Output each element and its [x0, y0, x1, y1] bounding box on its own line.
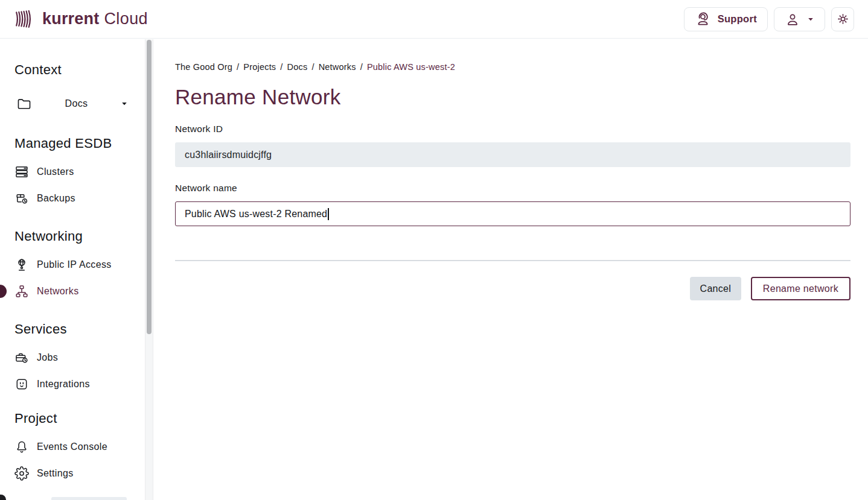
folder-icon [16, 96, 32, 112]
bell-icon [14, 440, 29, 454]
sidebar-item-backups[interactable]: Backups [0, 185, 145, 212]
breadcrumb-current: Public AWS us-west-2 [367, 62, 455, 72]
network-id-value: cu3hlaiirsdmuidcjffg [185, 150, 272, 160]
nav-group-networking: Public IP Access Networks [0, 252, 145, 305]
sidebar: Context Docs Managed ESDB [0, 39, 145, 500]
active-item-indicator [0, 285, 7, 298]
nav-group-managed-esdb: Clusters Backups [0, 159, 145, 212]
network-id-field: cu3hlaiirsdmuidcjffg [175, 142, 850, 167]
sidebar-heading-networking: Networking [0, 229, 145, 244]
top-header: kurrent Cloud Support [0, 0, 868, 39]
sidebar-item-label: Networks [37, 286, 78, 297]
headset-support-icon [695, 11, 711, 27]
breadcrumb-separator: / [360, 62, 363, 72]
network-hierarchy-icon [14, 284, 29, 299]
sidebar-heading-managed-esdb: Managed ESDB [0, 136, 145, 151]
sidebar-scrollbar-thumb[interactable] [147, 40, 152, 334]
logo-brand: kurrent [42, 10, 99, 28]
sidebar-heading-project: Project [0, 411, 145, 426]
user-menu-button[interactable] [774, 7, 825, 31]
support-label: Support [718, 13, 757, 25]
breadcrumb-separator: / [311, 62, 314, 72]
clusters-servers-icon [14, 165, 29, 179]
rename-network-button[interactable]: Rename network [751, 277, 850, 300]
breadcrumb-separator: / [280, 62, 282, 72]
logo-text: kurrent Cloud [42, 10, 148, 28]
header-actions: Support [684, 7, 854, 31]
network-name-input[interactable]: Public AWS us-west-2 Renamed [175, 201, 850, 226]
sidebar-item-settings[interactable]: Settings [0, 460, 145, 487]
sun-icon [835, 11, 850, 27]
chevron-down-icon [121, 100, 128, 107]
sidebar-item-label: Integrations [37, 379, 90, 390]
form-divider [175, 260, 850, 261]
sidebar-cutoff-element [51, 497, 127, 500]
chevron-down-icon [807, 16, 814, 23]
nav-group-project: Events Console Settings [0, 434, 145, 487]
sidebar-scrollbar-track[interactable] [145, 39, 153, 500]
kurrent-logo-mark-icon [14, 9, 37, 29]
nav-group-services: Jobs Integrations [0, 344, 145, 397]
breadcrumb: The Good Org/Projects/Docs/Networks/Publ… [175, 62, 850, 72]
globe-stand-icon [14, 258, 29, 272]
user-icon [785, 11, 800, 27]
breadcrumb-networks[interactable]: Networks [319, 62, 356, 72]
breadcrumb-separator: / [237, 62, 239, 72]
sidebar-item-public-ip-access[interactable]: Public IP Access [0, 252, 145, 278]
network-name-value: Public AWS us-west-2 Renamed [185, 209, 327, 220]
form-actions: Cancel Rename network [175, 277, 850, 300]
sidebar-item-label: Jobs [37, 352, 58, 363]
sidebar-item-events-console[interactable]: Events Console [0, 434, 145, 460]
page-title: Rename Network [175, 85, 850, 109]
support-button[interactable]: Support [684, 7, 768, 31]
breadcrumb-projects[interactable]: Projects [243, 62, 276, 72]
sidebar-item-label: Clusters [37, 166, 74, 177]
theme-toggle-button[interactable] [831, 7, 854, 31]
sidebar-item-label: Public IP Access [37, 259, 112, 270]
sidebar-item-label: Settings [37, 468, 74, 479]
sidebar-item-label: Backups [37, 193, 75, 204]
main-content: The Good Org/Projects/Docs/Networks/Publ… [153, 39, 868, 500]
sidebar-cutoff-glyph [0, 495, 6, 500]
sidebar-item-clusters[interactable]: Clusters [0, 159, 145, 185]
sidebar-heading-context: Context [0, 62, 145, 78]
breadcrumb-project-docs[interactable]: Docs [287, 62, 308, 72]
context-project-selector[interactable]: Docs [16, 96, 128, 112]
kurrent-cloud-logo[interactable]: kurrent Cloud [14, 9, 148, 29]
logo-suffix: Cloud [104, 10, 148, 28]
sidebar-item-integrations[interactable]: Integrations [0, 371, 145, 397]
text-cursor [328, 208, 329, 220]
breadcrumb-org[interactable]: The Good Org [175, 62, 232, 72]
network-id-label: Network ID [175, 124, 850, 134]
sidebar-item-label: Events Console [37, 441, 107, 452]
power-outlet-icon [14, 377, 29, 391]
sidebar-item-jobs[interactable]: Jobs [0, 344, 145, 371]
cancel-button[interactable]: Cancel [690, 277, 741, 300]
backup-box-clock-icon [14, 191, 29, 206]
context-selected-value: Docs [32, 98, 121, 109]
network-name-label: Network name [175, 183, 850, 194]
briefcase-clock-icon [14, 350, 29, 365]
sidebar-heading-services: Services [0, 321, 145, 337]
sidebar-item-networks[interactable]: Networks [0, 278, 145, 305]
gear-icon [14, 466, 29, 481]
